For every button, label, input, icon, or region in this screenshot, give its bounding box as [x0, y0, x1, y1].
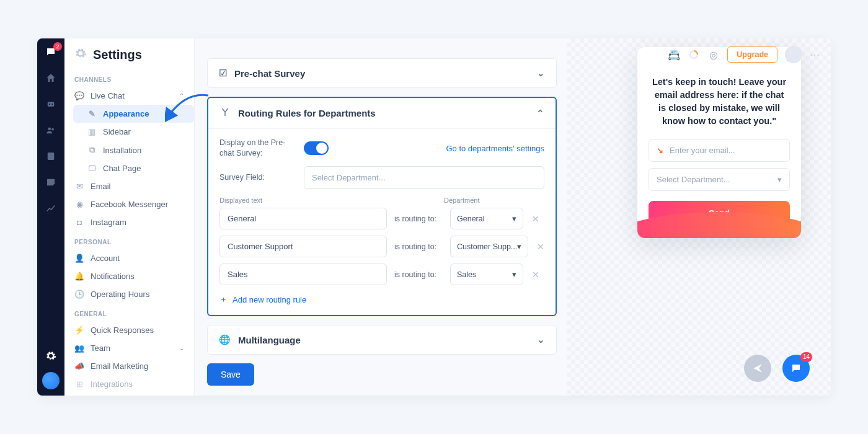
rail-contacts-icon[interactable] — [43, 123, 58, 138]
panel-multilanguage: 🌐 Multilanguage ⌄ — [207, 325, 557, 355]
upgrade-button[interactable]: Upgrade — [727, 46, 777, 63]
widget-email-input[interactable]: ↘ Enter your email... — [649, 139, 790, 162]
rail-settings-icon[interactable] — [43, 348, 58, 363]
chevron-down-icon[interactable]: ⌄ — [537, 334, 545, 345]
rail-book-icon[interactable] — [43, 149, 58, 164]
routing-to-label: is routing to: — [394, 215, 443, 223]
sidebar-item-hours[interactable]: 🕒Operating Hours — [64, 285, 194, 303]
save-button[interactable]: Save — [207, 363, 254, 386]
remove-rule-icon[interactable]: ✕ — [531, 270, 541, 280]
rail-profile-icon[interactable] — [42, 372, 60, 389]
more-icon[interactable]: ⋯ — [810, 49, 820, 61]
mail-icon: ✉ — [74, 182, 84, 191]
routing-rule-row: is routing to:General▾✕ — [219, 208, 544, 229]
arrow-icon: ↘ — [657, 146, 663, 155]
news-icon[interactable]: 📇 — [668, 48, 680, 61]
sidebar-item-notifications[interactable]: 🔔Notifications — [64, 267, 194, 285]
bell-icon: 🔔 — [74, 272, 84, 281]
sidebar-item-instagram[interactable]: ◘Instagram — [64, 213, 194, 231]
goto-departments-link[interactable]: Go to departments' settings — [446, 144, 544, 153]
survey-field-label: Survey Field: — [219, 172, 294, 183]
avatar[interactable] — [785, 46, 802, 63]
rule-text-input[interactable] — [219, 208, 387, 229]
svg-rect-5 — [48, 153, 55, 160]
sidebar-item-email[interactable]: ✉Email — [64, 177, 194, 195]
rail-inbox-icon[interactable] — [43, 175, 58, 190]
survey-field-select[interactable]: Select Department... — [304, 166, 544, 189]
chevron-up-icon[interactable]: ⌃ — [536, 108, 544, 119]
sidebar-item-livechat[interactable]: 💬 Live Chat ⌃ — [64, 87, 194, 105]
gear-icon — [74, 47, 87, 63]
routing-to-label: is routing to: — [394, 242, 443, 251]
broadcast-icon[interactable]: ◎ — [707, 48, 720, 61]
page-title: Settings — [93, 48, 142, 62]
checklist-icon: ☑ — [219, 68, 227, 79]
widget-department-select[interactable]: Select Department... ▾ — [649, 168, 790, 191]
sidebar-item-account[interactable]: 👤Account — [64, 249, 194, 267]
remove-rule-icon[interactable]: ✕ — [536, 242, 546, 252]
rail-home-icon[interactable] — [43, 71, 58, 86]
display-toggle[interactable] — [304, 141, 329, 155]
monitor-icon: 🖵 — [87, 164, 97, 173]
megaphone-icon: 📣 — [74, 361, 84, 371]
caret-down-icon: ▾ — [517, 242, 521, 251]
usage-ring-icon[interactable] — [688, 48, 700, 61]
chat-bubble-icon: 💬 — [74, 91, 84, 100]
sidebar-item-installation[interactable]: ⧉Installation — [73, 141, 194, 159]
sidebar-item-facebook[interactable]: ◉Facebook Messenger — [64, 195, 194, 213]
caret-down-icon: ▾ — [512, 214, 516, 223]
fab-chat-badge: 14 — [800, 352, 812, 362]
routing-icon — [219, 107, 231, 120]
svg-point-2 — [51, 104, 53, 105]
rule-department-select[interactable]: Customer Supp...▾ — [450, 236, 528, 257]
svg-point-4 — [51, 128, 54, 131]
layout-icon: ▥ — [87, 127, 97, 136]
panel-title: Multilanguage — [238, 335, 301, 345]
settings-sidebar: Settings CHANNELS 💬 Live Chat ⌃ ✎ Appear… — [64, 38, 195, 396]
team-icon: 👥 — [74, 343, 84, 353]
messenger-icon: ◉ — [74, 200, 84, 209]
rule-text-input[interactable] — [219, 236, 387, 257]
svg-point-3 — [48, 128, 51, 131]
col-department: Department — [444, 197, 544, 204]
sidebar-item-team[interactable]: 👥Team⌄ — [64, 339, 194, 357]
chevron-up-icon: ⌃ — [179, 92, 184, 99]
rule-department-select[interactable]: General▾ — [450, 208, 523, 229]
chevron-down-icon[interactable]: ⌄ — [537, 68, 545, 79]
link-icon: ⧉ — [87, 145, 97, 155]
section-channels: CHANNELS — [64, 69, 194, 87]
rule-text-input[interactable] — [219, 264, 387, 285]
widget-wave-decor — [637, 212, 801, 238]
sidebar-item-emailmkt[interactable]: 📣Email Marketing — [64, 357, 194, 375]
fab-send[interactable] — [744, 355, 771, 382]
svg-point-1 — [49, 104, 50, 105]
widget-message: Let's keep in touch! Leave your email ad… — [650, 76, 789, 128]
routing-rule-row: is routing to:Sales▾✕ — [219, 264, 544, 285]
bolt-icon: ⚡ — [74, 326, 84, 335]
fab-chat[interactable]: 14 — [782, 355, 810, 382]
globe-icon: 🌐 — [219, 334, 231, 345]
sidebar-item-sidebar[interactable]: ▥Sidebar — [73, 123, 194, 141]
caret-down-icon: ▾ — [512, 270, 516, 279]
pencil-icon: ✎ — [87, 109, 97, 118]
col-displayed-text: Displayed text — [219, 197, 394, 204]
rule-department-select[interactable]: Sales▾ — [450, 264, 523, 285]
user-icon: 👤 — [74, 254, 84, 263]
sidebar-item-quick[interactable]: ⚡Quick Responses — [64, 321, 194, 339]
instagram-icon: ◘ — [74, 218, 84, 227]
add-rule-button[interactable]: ＋ Add new routing rule — [219, 291, 544, 305]
clock-icon: 🕒 — [74, 290, 84, 299]
display-toggle-label: Display on the Pre-chat Survey: — [219, 138, 294, 159]
puzzle-icon: ⊞ — [74, 379, 84, 389]
rail-chat-icon[interactable]: 2 — [43, 45, 58, 60]
rail-bot-icon[interactable] — [43, 97, 58, 112]
sidebar-item-integrations[interactable]: ⊞Integrations — [64, 375, 194, 393]
widget-preview: ✕ Let's keep in touch! Leave your email … — [567, 38, 831, 396]
panel-title: Pre-chat Survey — [234, 68, 305, 79]
sidebar-item-chatpage[interactable]: 🖵Chat Page — [73, 159, 194, 177]
rail-analytics-icon[interactable] — [43, 201, 58, 216]
panel-prechat: ☑ Pre-chat Survey ⌄ — [207, 58, 557, 88]
sidebar-item-appearance[interactable]: ✎ Appearance — [73, 105, 194, 123]
remove-rule-icon[interactable]: ✕ — [531, 214, 541, 224]
chevron-down-icon: ⌄ — [179, 345, 184, 352]
